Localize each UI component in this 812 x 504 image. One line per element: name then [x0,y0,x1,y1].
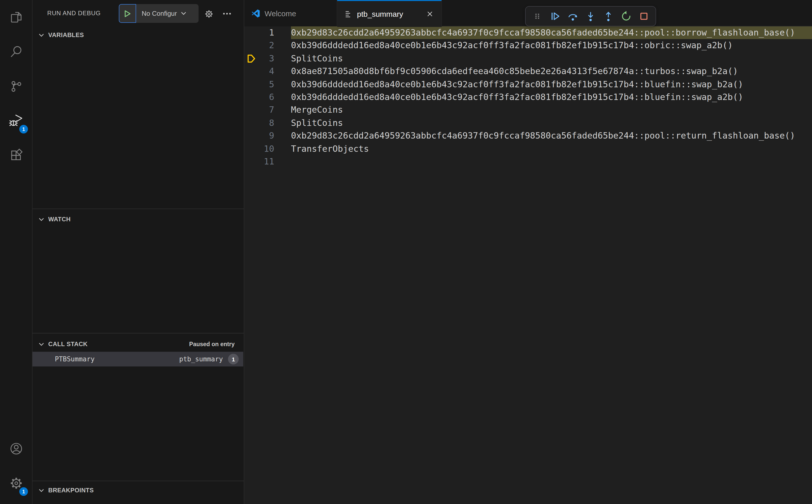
section-header-breakpoints[interactable]: BREAKPOINTS [32,484,244,497]
ellipsis-icon [222,9,231,18]
code-line[interactable]: 3 SplitCoins [244,52,812,65]
section-label: BREAKPOINTS [48,487,94,494]
section-divider[interactable] [32,209,244,209]
stop-button[interactable] [636,8,653,25]
sidebar-title: RUN AND DEBUG [47,10,101,17]
step-over-icon [567,10,579,22]
play-icon [123,9,131,18]
line-number[interactable]: 2 [244,39,274,52]
line-number[interactable]: 9 [244,129,274,142]
section-header-watch[interactable]: WATCH [32,213,244,226]
code-editor[interactable]: 1 0xb29d83c26cdd2a64959263abbcfc4a6937f0… [244,26,812,504]
chevron-down-icon [38,32,45,38]
code-text[interactable]: TransferObjects [291,142,369,155]
debug-session-badge: 1 [19,125,28,133]
vscode-logo-icon [251,9,260,18]
code-text[interactable]: SplitCoins [291,116,343,129]
more-actions-button[interactable] [220,7,234,20]
code-line[interactable]: 2 0xb39d6dddedd16ed8a40ce0b1e6b43c92acf0… [244,39,812,52]
code-text[interactable]: MergeCoins [291,104,343,117]
frame-name: PTBSummary [55,355,95,363]
continue-button[interactable] [547,8,563,25]
step-over-button[interactable] [565,8,581,25]
code-line[interactable]: 9 0xb29d83c26cdd2a64959263abbcfc4a6937f0… [244,129,812,142]
grip-icon [532,11,543,22]
extensions-icon [9,148,23,162]
close-tab-button[interactable] [425,9,434,19]
tab-bar: Welcome ptb_summary [244,0,812,26]
activity-item-explorer[interactable] [0,0,32,35]
launch-config-dropdown[interactable]: No Configur [119,4,198,23]
activity-bar: 1 [0,0,32,504]
section-divider[interactable] [32,333,244,333]
frame-badge: 1 [228,354,239,364]
code-text[interactable]: 0xb39d6dddedd16ed8a40ce0b1e6b43c92acf0ff… [291,91,743,104]
files-icon [9,10,23,24]
restart-button[interactable] [618,8,635,25]
tab-label: ptb_summary [357,10,403,18]
sidebar-header: RUN AND DEBUG No Configur [32,0,244,27]
line-number[interactable]: 5 [244,78,274,91]
editor-region: Welcome ptb_summary [244,0,812,504]
code-line[interactable]: 8 SplitCoins [244,116,812,129]
line-number[interactable]: 7 [244,104,274,117]
section-label: VARIABLES [48,31,84,39]
debug-toolbar [525,6,656,26]
line-number[interactable]: 3 [244,52,274,65]
code-line[interactable]: 10 TransferObjects [244,142,812,155]
section-header-variables[interactable]: VARIABLES [32,28,244,42]
tab-welcome[interactable]: Welcome [244,0,337,26]
chevron-down-icon [38,487,45,494]
step-out-button[interactable] [600,8,617,25]
code-line[interactable]: 11 [244,155,812,168]
step-into-icon [585,10,597,22]
code-text[interactable]: 0xb39d6dddedd16ed8a40ce0b1e6b43c92acf0ff… [291,39,733,52]
section-label: WATCH [48,216,71,223]
activity-bar-bottom: 1 [0,431,32,500]
chevron-down-icon [180,10,187,17]
run-and-debug-sidebar: RUN AND DEBUG No Configur [32,0,244,504]
activity-item-settings[interactable]: 1 [0,466,32,500]
tab-label: Welcome [264,9,296,18]
tab-ptb-summary[interactable]: ptb_summary [337,0,442,27]
code-line[interactable]: 6 0xb39d6dddedd16ed8a40ce0b1e6b43c92acf0… [244,91,812,104]
section-header-call-stack[interactable]: CALL STACK Paused on entry [32,338,244,351]
code-text[interactable]: 0x8ae871505a80d8bf6bf9c05906cda6edfeea46… [291,65,738,78]
activity-item-extensions[interactable] [0,138,32,173]
code-text[interactable]: 0xb29d83c26cdd2a64959263abbcfc4a6937f0c9… [291,129,795,142]
code-line[interactable]: 5 0xb39d6dddedd16ed8a40ce0b1e6b43c92acf0… [244,78,812,91]
line-number[interactable]: 4 [244,65,274,78]
restart-icon [620,10,633,22]
settings-badge: 1 [19,487,28,496]
section-label: CALL STACK [48,341,88,348]
chevron-down-icon [38,216,45,223]
code-line[interactable]: 1 0xb29d83c26cdd2a64959263abbcfc4a6937f0… [244,26,812,39]
list-icon [344,10,352,18]
call-stack-status: Paused on entry [189,341,235,347]
step-into-button[interactable] [582,8,599,25]
activity-item-search[interactable] [0,35,32,69]
search-icon [9,45,23,59]
activity-item-source-control[interactable] [0,69,32,104]
code-line[interactable]: 4 0x8ae871505a80d8bf6bf9c05906cda6edfeea… [244,65,812,78]
code-line[interactable]: 7 MergeCoins [244,104,812,117]
line-number[interactable]: 8 [244,116,274,129]
start-debugging-button[interactable] [119,4,136,23]
line-number[interactable]: 6 [244,91,274,104]
debug-settings-gear-button[interactable] [202,7,215,20]
section-divider[interactable] [32,481,244,481]
line-number[interactable]: 11 [244,155,274,168]
continue-icon [549,10,561,22]
activity-item-account[interactable] [0,431,32,466]
line-number[interactable]: 1 [244,26,274,39]
code-text[interactable]: SplitCoins [291,52,343,65]
toolbar-drag-handle[interactable] [529,8,546,25]
call-stack-frame-row[interactable]: PTBSummary ptb_summary 1 [32,352,243,366]
stop-icon [638,10,650,22]
line-number[interactable]: 10 [244,142,274,155]
code-text[interactable]: 0xb29d83c26cdd2a64959263abbcfc4a6937f0c9… [291,26,795,39]
code-text[interactable]: 0xb39d6dddedd16ed8a40ce0b1e6b43c92acf0ff… [291,78,743,91]
close-icon [426,11,433,17]
activity-item-run-and-debug[interactable]: 1 [0,104,32,138]
step-out-icon [602,10,615,22]
